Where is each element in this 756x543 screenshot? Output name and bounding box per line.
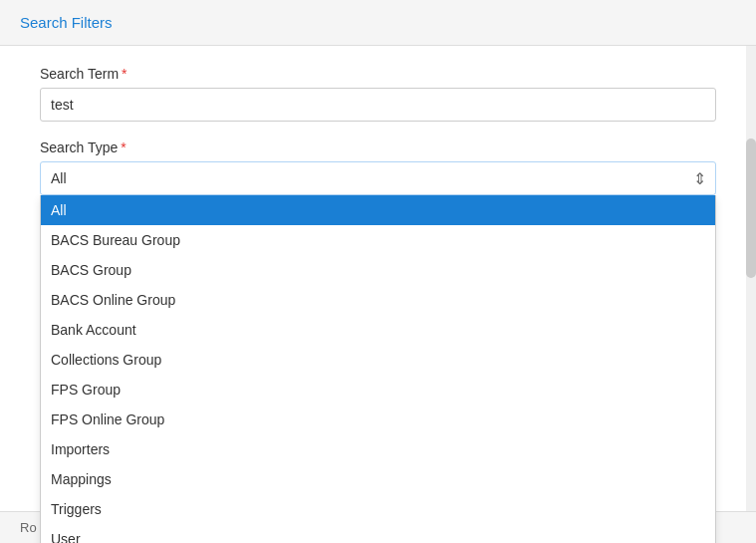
required-star: *	[122, 66, 126, 82]
dropdown-item-collections-group[interactable]: Collections Group	[41, 345, 715, 375]
header-bar: Search Filters	[0, 0, 756, 46]
dropdown-item-bacs-online-group[interactable]: BACS Online Group	[41, 285, 715, 315]
bottom-text: Ro	[20, 520, 37, 535]
search-type-group: Search Type* All ⇕ All BACS Bureau Group…	[40, 139, 716, 195]
search-term-label: Search Term*	[40, 66, 716, 82]
dropdown-item-mappings[interactable]: Mappings	[41, 464, 715, 494]
search-term-input[interactable]	[40, 88, 716, 122]
dropdown-item-user[interactable]: User	[41, 524, 715, 543]
scrollbar-track	[746, 46, 756, 511]
dropdown-item-triggers[interactable]: Triggers	[41, 494, 715, 524]
search-type-dropdown: All BACS Bureau Group BACS Group BACS On…	[40, 195, 716, 543]
dropdown-item-bank-account[interactable]: Bank Account	[41, 315, 715, 345]
search-type-select-wrapper[interactable]: All ⇕ All BACS Bureau Group BACS Group B…	[40, 161, 716, 195]
dropdown-item-bacs-bureau-group[interactable]: BACS Bureau Group	[41, 225, 715, 255]
dropdown-item-bacs-group[interactable]: BACS Group	[41, 255, 715, 285]
main-content: Search Term* Search Type* All ⇕ All BACS…	[0, 46, 756, 511]
dropdown-item-importers[interactable]: Importers	[41, 434, 715, 464]
required-star-2: *	[121, 139, 126, 155]
page-wrapper: Search Filters Search Term* Search Type*…	[0, 0, 756, 543]
page-title: Search Filters	[20, 14, 113, 31]
dropdown-item-fps-online-group[interactable]: FPS Online Group	[41, 405, 715, 434]
dropdown-item-fps-group[interactable]: FPS Group	[41, 375, 715, 405]
search-term-group: Search Term*	[40, 66, 716, 122]
search-type-select[interactable]: All	[40, 161, 716, 195]
scrollbar-thumb[interactable]	[746, 138, 756, 278]
search-type-label: Search Type*	[40, 139, 716, 155]
dropdown-item-all[interactable]: All	[41, 195, 715, 225]
